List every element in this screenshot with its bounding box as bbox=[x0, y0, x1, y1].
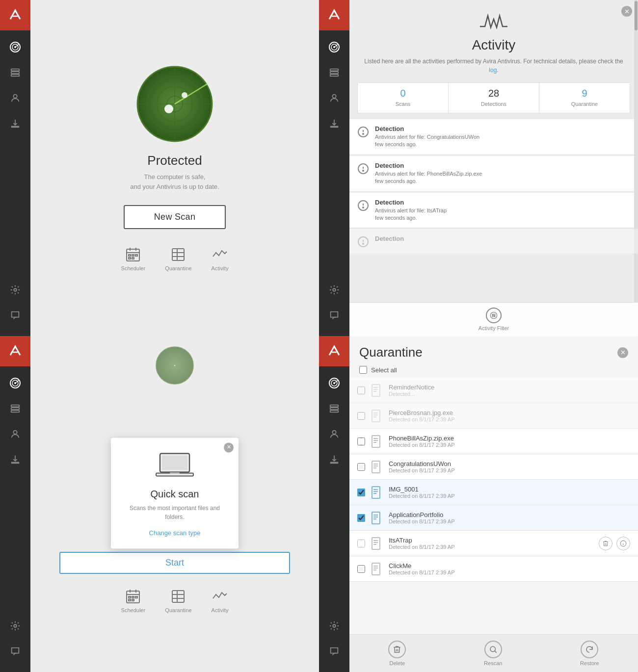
activity-nav-3[interactable]: Activity bbox=[212, 589, 229, 613]
stat-quarantine[interactable]: 9 Quarantine bbox=[539, 83, 630, 113]
avira-logo-2[interactable] bbox=[319, 0, 349, 30]
q-item-piercebrosnan[interactable]: PierceBrosnan.jpg.exe Detected on 8/1/17… bbox=[349, 403, 638, 429]
q-checkbox-clickme[interactable] bbox=[357, 565, 365, 573]
sidebar-group-icon-3[interactable] bbox=[4, 398, 26, 419]
q-filename-congratulationsuwon: CongratulationsUWon bbox=[389, 460, 630, 467]
q-date-clickme: Detected on 8/1/17 2:39 AP bbox=[389, 569, 630, 575]
quarantine-nav-3[interactable]: Quarantine bbox=[165, 589, 191, 613]
avira-logo[interactable] bbox=[0, 0, 30, 30]
sidebar-chat-icon-4[interactable] bbox=[323, 641, 345, 662]
quarantine-restore-action[interactable]: Restore bbox=[580, 641, 599, 666]
scheduler-nav[interactable]: Scheduler bbox=[121, 247, 146, 271]
sidebar-gear-icon-3[interactable] bbox=[4, 615, 26, 637]
detection-item-3[interactable]: Detection Antivirus alert for file: ItsA… bbox=[349, 193, 638, 229]
svg-rect-83 bbox=[129, 596, 131, 598]
change-scan-type-link[interactable]: Change scan type bbox=[127, 529, 223, 537]
sidebar-gear-icon-4[interactable] bbox=[323, 615, 345, 637]
q-fileinfo-itsatrap: ItsATrap Detected on 8/1/17 2:39 AP bbox=[389, 537, 594, 550]
activity-scrollbar[interactable] bbox=[634, 0, 638, 336]
svg-rect-6 bbox=[11, 69, 20, 71]
detection-content-3: Detection Antivirus alert for file: ItsA… bbox=[375, 199, 447, 222]
detection-title-1: Detection bbox=[375, 125, 479, 132]
q-checkbox-itsatrap[interactable] bbox=[357, 540, 365, 547]
quick-scan-dialog: ✕ Quick scan Scans the most important fi… bbox=[111, 438, 239, 548]
quarantine-rescan-action[interactable]: Rescan bbox=[484, 641, 502, 666]
activity-wave-icon bbox=[359, 12, 628, 33]
activity-description: Listed here are all the activities perfo… bbox=[359, 57, 628, 75]
quarantine-nav[interactable]: Quarantine bbox=[165, 247, 191, 271]
q-filename-piercebrosnan: PierceBrosnan.jpg.exe bbox=[389, 409, 630, 416]
q-item-img5001[interactable]: IMG_5001 Detected on 8/1/17 2:39 AP bbox=[349, 480, 638, 505]
sidebar-download-icon-2[interactable] bbox=[323, 113, 345, 134]
sidebar-group-icon-4[interactable] bbox=[323, 398, 345, 419]
stat-scans[interactable]: 0 Scans bbox=[358, 83, 449, 113]
new-scan-button[interactable]: New Scan bbox=[124, 205, 226, 229]
sidebar-chat-icon-3[interactable] bbox=[4, 641, 26, 662]
activity-close-button[interactable]: ✕ bbox=[621, 6, 632, 17]
q-item-clickme[interactable]: ClickMe Detected on 8/1/17 2:39 AP bbox=[349, 556, 638, 582]
sidebar-download-icon[interactable] bbox=[4, 113, 26, 134]
q-fileinfo-remindernotice: ReminderNotice Detected... bbox=[389, 384, 630, 397]
svg-rect-8 bbox=[11, 75, 20, 77]
q-item-itsatrap[interactable]: ItsATrap Detected on 8/1/17 2:39 AP bbox=[349, 531, 638, 556]
sidebar-user-icon-4[interactable] bbox=[323, 423, 345, 445]
detection-warning-icon-2 bbox=[357, 163, 369, 175]
avira-logo-4[interactable] bbox=[319, 336, 349, 366]
svg-rect-7 bbox=[11, 72, 20, 74]
quick-scan-close-button[interactable]: ✕ bbox=[224, 442, 234, 452]
sidebar-user-icon-2[interactable] bbox=[323, 87, 345, 109]
svg-rect-76 bbox=[162, 455, 187, 470]
sidebar-group-icon-2[interactable] bbox=[323, 62, 345, 83]
select-all-checkbox[interactable] bbox=[359, 366, 367, 374]
scheduler-nav-3[interactable]: Scheduler bbox=[121, 589, 146, 613]
sidebar-user-icon[interactable] bbox=[4, 87, 26, 109]
svg-rect-84 bbox=[132, 596, 134, 598]
svg-rect-40 bbox=[330, 72, 339, 74]
svg-point-55 bbox=[363, 243, 364, 244]
q-date-itsatrap: Detected on 8/1/17 2:39 AP bbox=[389, 544, 594, 550]
q-checkbox-img5001[interactable] bbox=[357, 489, 365, 496]
q-item-remindernotice[interactable]: ReminderNotice Detected... bbox=[349, 378, 638, 403]
q-item-applicationportfolio[interactable]: ApplicationPortfolio Detected on 8/1/17 … bbox=[349, 505, 638, 531]
q-checkbox-remindernotice[interactable] bbox=[357, 387, 365, 394]
activity-nav[interactable]: Activity bbox=[212, 247, 229, 271]
q-delete-btn-itsatrap[interactable] bbox=[599, 537, 612, 550]
filter-icon[interactable] bbox=[486, 308, 502, 323]
svg-rect-99 bbox=[330, 408, 339, 410]
avira-logo-3[interactable] bbox=[0, 336, 30, 366]
sidebar-chat-icon-2[interactable] bbox=[323, 305, 345, 326]
detection-item-2[interactable]: Detection Antivirus alert for file: Phon… bbox=[349, 156, 638, 192]
quarantine-count: 9 bbox=[543, 88, 626, 99]
sidebar-group-icon[interactable] bbox=[4, 62, 26, 83]
sidebar-scan-icon-3[interactable] bbox=[4, 372, 26, 394]
q-info-btn-itsatrap[interactable] bbox=[616, 537, 630, 550]
activity-log-link[interactable]: log bbox=[489, 67, 497, 74]
restore-label: Restore bbox=[580, 660, 599, 666]
q-item-phonebillaszip[interactable]: PhoneBillAsZip.zip.exe Detected on 8/1/1… bbox=[349, 429, 638, 454]
protected-status: Protected bbox=[147, 153, 202, 168]
sidebar-download-icon-4[interactable] bbox=[323, 449, 345, 470]
sidebar-download-icon-3[interactable] bbox=[4, 449, 26, 470]
q-date-phonebillaszip: Detected on 8/1/17 2:39 AP bbox=[389, 442, 630, 448]
detection-item-1[interactable]: Detection Antivirus alert for file: Cong… bbox=[349, 119, 638, 155]
sidebar-scan-icon[interactable] bbox=[4, 36, 26, 58]
sidebar-user-icon-3[interactable] bbox=[4, 423, 26, 445]
start-scan-button[interactable]: Start bbox=[59, 552, 290, 574]
sidebar-gear-icon-2[interactable] bbox=[323, 279, 345, 301]
sidebar-chat-icon[interactable] bbox=[4, 305, 26, 326]
sidebar-gear-icon[interactable] bbox=[4, 279, 26, 301]
q-checkbox-congratulationsuwon[interactable] bbox=[357, 463, 365, 471]
svg-point-102 bbox=[333, 624, 336, 627]
q-checkbox-piercebrosnan[interactable] bbox=[357, 412, 365, 420]
stat-detections[interactable]: 28 Detections bbox=[449, 83, 539, 113]
quarantine-delete-action[interactable]: Delete bbox=[388, 641, 406, 666]
detection-item-4[interactable]: Detection bbox=[349, 229, 638, 254]
restore-icon bbox=[581, 641, 598, 658]
svg-rect-87 bbox=[132, 599, 134, 601]
sidebar-scan-icon-2[interactable] bbox=[323, 36, 345, 58]
quarantine-close-button[interactable]: ✕ bbox=[617, 347, 628, 358]
q-checkbox-applicationportfolio[interactable] bbox=[357, 514, 365, 522]
q-item-congratulationsuwon[interactable]: CongratulationsUWon Detected on 8/1/17 2… bbox=[349, 454, 638, 480]
q-checkbox-phonebillaszip[interactable] bbox=[357, 438, 365, 445]
sidebar-scan-icon-4[interactable] bbox=[323, 372, 345, 394]
